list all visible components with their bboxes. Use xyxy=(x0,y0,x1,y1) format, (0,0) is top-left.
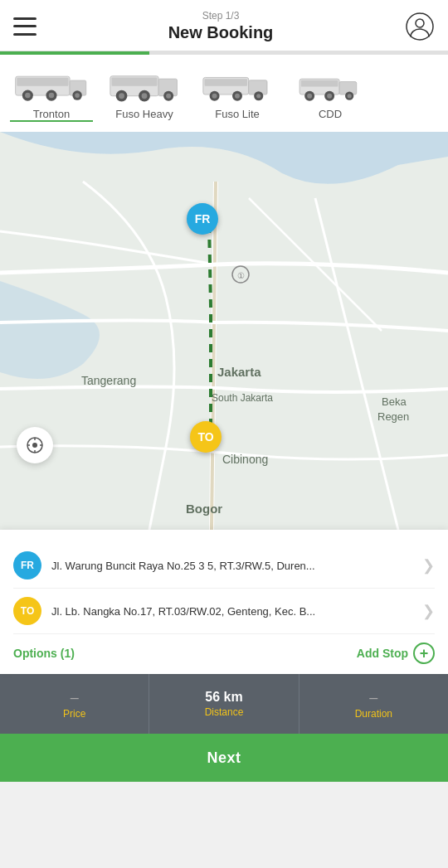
next-button[interactable]: Next xyxy=(0,734,448,782)
svg-rect-22 xyxy=(205,79,247,86)
to-address-edit-button[interactable]: ❯ xyxy=(422,602,435,620)
vehicle-fuso-lite[interactable]: Fuso Lite xyxy=(196,65,279,122)
price-stat: – Price xyxy=(0,674,149,734)
vehicle-tronton[interactable]: Tronton xyxy=(10,65,93,122)
vehicle-fuso-heavy-label: Fuso Heavy xyxy=(115,108,173,120)
progress-bar xyxy=(0,51,448,55)
my-location-button[interactable] xyxy=(17,427,53,463)
svg-point-15 xyxy=(119,93,124,99)
progress-bar-fill xyxy=(0,51,149,55)
svg-text:Cibinong: Cibinong xyxy=(222,453,268,466)
svg-text:Jakarta: Jakarta xyxy=(217,365,261,379)
svg-point-24 xyxy=(212,94,217,99)
price-value: – xyxy=(71,689,79,706)
svg-rect-13 xyxy=(112,77,158,85)
step-label: Step 1/3 xyxy=(37,10,405,22)
options-button[interactable]: Options (1) xyxy=(13,647,75,660)
vehicle-fuso-heavy[interactable]: Fuso Heavy xyxy=(103,65,186,122)
add-stop-button[interactable]: Add Stop + xyxy=(357,643,435,664)
svg-text:Tangerang: Tangerang xyxy=(81,374,136,387)
vehicle-cdd-label: CDD xyxy=(319,108,342,120)
duration-label: Duration xyxy=(355,708,392,720)
hamburger-menu-button[interactable] xyxy=(13,17,37,36)
route-card: FR Jl. Warung Buncit Raya No.25 3 5, RT.… xyxy=(0,530,448,674)
duration-stat: – Duration xyxy=(299,674,448,734)
duration-value: – xyxy=(369,689,377,706)
vehicle-cdd[interactable]: CDD xyxy=(289,65,372,122)
svg-point-6 xyxy=(25,93,31,99)
from-route-row: FR Jl. Warung Buncit Raya No.25 3 5, RT.… xyxy=(13,543,435,589)
svg-text:①: ① xyxy=(237,271,245,280)
distance-stat: 56 km Distance xyxy=(149,674,298,734)
svg-text:Regen: Regen xyxy=(377,410,409,423)
price-label: Price xyxy=(63,708,85,720)
svg-point-37 xyxy=(348,94,352,98)
route-actions: Options (1) Add Stop + xyxy=(13,634,435,664)
svg-point-10 xyxy=(75,93,80,98)
add-stop-icon: + xyxy=(413,643,435,664)
from-address-edit-button[interactable]: ❯ xyxy=(422,556,435,575)
to-address: Jl. Lb. Nangka No.17, RT.03/RW.02, Gente… xyxy=(51,605,412,618)
from-badge: FR xyxy=(13,551,41,579)
svg-point-28 xyxy=(256,94,261,98)
to-route-row: TO Jl. Lb. Nangka No.17, RT.03/RW.02, Ge… xyxy=(13,589,435,634)
to-badge: TO xyxy=(13,597,41,625)
vehicle-selector: Tronton Fuso Heavy Fuso Li xyxy=(0,55,448,132)
svg-point-49 xyxy=(32,443,37,448)
svg-point-33 xyxy=(307,94,312,99)
page-title: New Booking xyxy=(37,23,405,42)
vehicle-fuso-lite-label: Fuso Lite xyxy=(215,108,259,120)
app-header: Step 1/3 New Booking xyxy=(0,0,448,51)
svg-rect-4 xyxy=(17,78,68,86)
distance-value: 56 km xyxy=(205,690,242,705)
stats-bar: – Price 56 km Distance – Duration xyxy=(0,674,448,734)
to-pin: TO xyxy=(190,421,222,453)
svg-point-8 xyxy=(49,93,55,99)
map-container[interactable]: Tangerang South Jakarta Jakarta Cibinong… xyxy=(0,132,448,530)
svg-point-1 xyxy=(416,19,424,27)
svg-text:South Jakarta: South Jakarta xyxy=(212,392,273,404)
from-address: Jl. Warung Buncit Raya No.25 3 5, RT.3/R… xyxy=(51,560,412,572)
header-center: Step 1/3 New Booking xyxy=(37,10,405,42)
svg-text:Bogor: Bogor xyxy=(186,502,222,516)
svg-point-19 xyxy=(166,94,171,99)
distance-label: Distance xyxy=(205,706,244,718)
from-pin: FR xyxy=(187,203,218,235)
svg-rect-31 xyxy=(301,80,338,87)
svg-point-26 xyxy=(235,94,240,99)
user-avatar-button[interactable] xyxy=(405,12,435,41)
svg-point-17 xyxy=(142,93,148,99)
svg-point-35 xyxy=(327,94,332,99)
vehicle-tronton-label: Tronton xyxy=(33,108,70,120)
add-stop-label: Add Stop xyxy=(357,647,408,660)
svg-text:Beka: Beka xyxy=(382,395,407,408)
